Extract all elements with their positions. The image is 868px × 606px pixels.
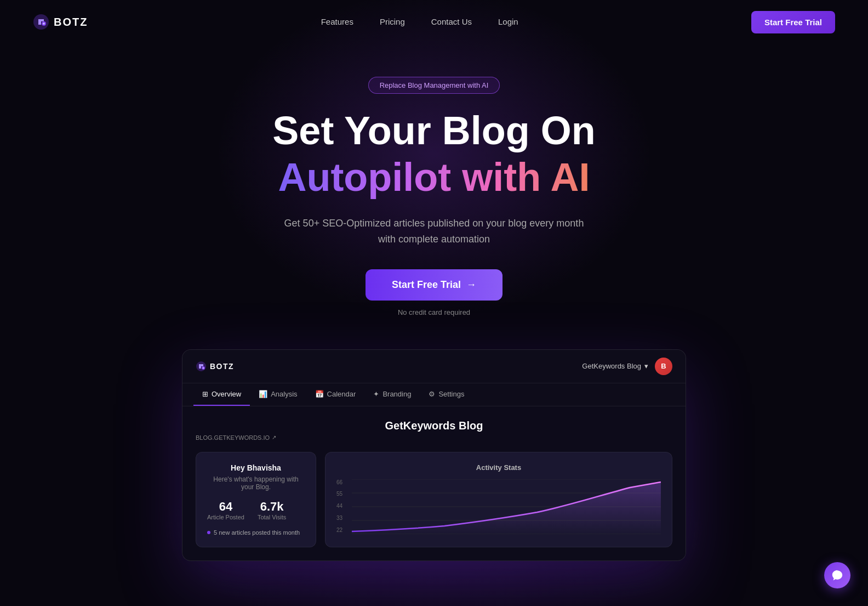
bar-chart-icon: 📊 — [259, 390, 267, 398]
tab-analysis-label: Analysis — [271, 390, 297, 398]
stats-row: 64 Article Posted 6.7k Total Visits — [207, 500, 305, 520]
star-icon: ✦ — [373, 390, 379, 398]
stat-articles: 64 Article Posted — [207, 500, 244, 520]
app-activity-card: Activity Stats 66 55 44 33 22 — [325, 452, 672, 547]
hero-title-white: Set Your Blog On — [272, 109, 595, 152]
chart-svg-wrap — [352, 479, 661, 534]
navbar: BOTZ Features Pricing Contact Us Login S… — [0, 0, 868, 44]
app-content: GetKeywords Blog BLOG.GETKEYWORDS.IO ↗ H… — [182, 406, 686, 560]
activity-chart-svg — [352, 479, 661, 534]
grid-icon: ⊞ — [202, 390, 208, 398]
app-preview: BOTZ GetKeywords Blog ▾ B ⊞ Overview 📊 A… — [182, 349, 686, 561]
chart-label-66: 66 — [336, 479, 342, 485]
chevron-down-icon: ▾ — [644, 362, 648, 370]
chart-label-44: 44 — [336, 503, 342, 509]
stat-visits: 6.7k Total Visits — [258, 500, 286, 520]
tab-overview-label: Overview — [212, 390, 241, 398]
app-card-notice: 5 new articles posted this month — [207, 529, 305, 536]
app-welcome-card: Hey Bhavisha Here's what's happening wit… — [196, 452, 316, 547]
logo[interactable]: BOTZ — [33, 14, 88, 30]
chart-label-33: 33 — [336, 515, 342, 521]
app-blog-url: BLOG.GETKEYWORDS.IO ↗ — [196, 434, 672, 441]
app-blog-url-text: BLOG.GETKEYWORDS.IO — [196, 434, 270, 441]
app-tabs: ⊞ Overview 📊 Analysis 📅 Calendar ✦ Brand… — [182, 383, 686, 406]
external-link-icon: ↗ — [272, 434, 276, 440]
notice-text: 5 new articles posted this month — [214, 529, 300, 536]
calendar-icon: 📅 — [315, 390, 324, 398]
hero-cta-button[interactable]: Start Free Trial → — [366, 269, 502, 301]
gear-icon: ⚙ — [429, 390, 435, 398]
app-topbar: BOTZ GetKeywords Blog ▾ B — [182, 350, 686, 383]
tab-analysis[interactable]: 📊 Analysis — [250, 383, 306, 406]
nav-link-pricing[interactable]: Pricing — [380, 17, 405, 26]
hero-cta-label: Start Free Trial — [392, 279, 461, 291]
app-logo-icon — [196, 361, 207, 372]
app-blog-selector[interactable]: GetKeywords Blog ▾ — [582, 362, 648, 370]
tab-settings[interactable]: ⚙ Settings — [420, 383, 473, 406]
chat-bubble[interactable] — [824, 562, 850, 588]
hero-title-gradient: Autopilot with AI — [278, 155, 590, 200]
app-logo: BOTZ — [196, 361, 234, 372]
activity-title: Activity Stats — [336, 463, 661, 472]
nav-links: Features Pricing Contact Us Login — [321, 17, 518, 27]
hero-section: Replace Blog Management with AI Set Your… — [0, 44, 868, 583]
chart-labels-y: 66 55 44 33 22 — [336, 479, 342, 534]
app-topbar-right: GetKeywords Blog ▾ B — [582, 358, 672, 375]
stat-visits-label: Total Visits — [258, 514, 286, 520]
stat-visits-val: 6.7k — [258, 500, 286, 514]
chart-label-22: 22 — [336, 527, 342, 533]
tab-overview[interactable]: ⊞ Overview — [193, 383, 250, 406]
hero-badge: Replace Blog Management with AI — [368, 77, 500, 94]
chart-label-55: 55 — [336, 491, 342, 497]
app-avatar[interactable]: B — [655, 358, 672, 375]
svg-point-5 — [203, 367, 204, 369]
app-blog-title: GetKeywords Blog — [196, 420, 672, 432]
welcome-greeting: Hey Bhavisha — [207, 463, 305, 472]
tab-settings-label: Settings — [438, 390, 464, 398]
chart-area: 66 55 44 33 22 — [336, 479, 661, 534]
nav-link-features[interactable]: Features — [321, 17, 353, 26]
welcome-subtext: Here's what's happening with your Blog. — [207, 475, 305, 491]
tab-calendar[interactable]: 📅 Calendar — [306, 383, 365, 406]
notice-dot — [207, 531, 210, 534]
app-cards-row: Hey Bhavisha Here's what's happening wit… — [196, 452, 672, 547]
tab-branding-label: Branding — [382, 390, 411, 398]
nav-link-login[interactable]: Login — [498, 17, 518, 26]
stat-articles-val: 64 — [207, 500, 244, 514]
stat-articles-label: Article Posted — [207, 514, 244, 520]
tab-calendar-label: Calendar — [327, 390, 356, 398]
app-blog-selector-label: GetKeywords Blog — [582, 362, 641, 370]
hero-cta-arrow: → — [466, 279, 476, 291]
nav-cta-button[interactable]: Start Free Trial — [751, 11, 835, 33]
app-brand-name: BOTZ — [210, 362, 234, 371]
chat-bubble-icon — [831, 569, 843, 581]
tab-branding[interactable]: ✦ Branding — [364, 383, 420, 406]
nav-link-contact[interactable]: Contact Us — [431, 17, 472, 26]
brand-name: BOTZ — [54, 16, 88, 29]
svg-point-2 — [43, 22, 45, 25]
hero-subtitle: Get 50+ SEO-Optimized articles published… — [281, 216, 587, 247]
logo-icon — [33, 14, 49, 30]
hero-no-cc: No credit card required — [398, 308, 470, 316]
